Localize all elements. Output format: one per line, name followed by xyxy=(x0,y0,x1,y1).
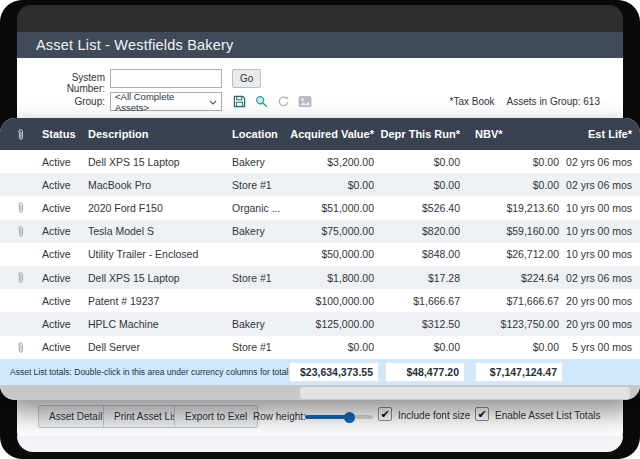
cell-est-life: 10 yrs 00 mos xyxy=(563,225,640,237)
cell-location: Bakery xyxy=(230,156,287,168)
cell-location: Organic ... xyxy=(230,202,287,214)
slider-thumb[interactable] xyxy=(344,412,355,423)
col-header-status[interactable]: Status xyxy=(40,128,86,140)
totals-hint-label: Asset List totals: Double-click in this … xyxy=(0,367,295,377)
cell-acquired-value: $50,000.00 xyxy=(287,248,378,260)
scrollbar-thumb[interactable] xyxy=(300,387,630,399)
cell-nbv: $26,712.00 xyxy=(463,248,563,260)
paperclip-icon xyxy=(0,127,40,142)
table-row[interactable]: Active HPLC Machine Bakery $125,000.00 $… xyxy=(0,312,640,335)
total-nbv: $7,147,124.47 xyxy=(475,362,563,382)
refresh-icon[interactable] xyxy=(276,95,290,109)
cell-nbv: $0.00 xyxy=(463,179,563,191)
enable-totals-label: Enable Asset List Totals xyxy=(495,410,600,421)
enable-totals-checkbox[interactable]: ✔ xyxy=(475,407,489,421)
cell-depr-this-run: $17.28 xyxy=(378,272,463,284)
cell-acquired-value: $125,000.00 xyxy=(287,318,378,330)
chevron-down-icon xyxy=(209,96,217,107)
table-row[interactable]: Active Dell Server Store #1 $0.00 $0.00 … xyxy=(0,336,640,359)
cell-nbv: $224.64 xyxy=(463,272,563,284)
cell-nbv: $59,160.00 xyxy=(463,225,563,237)
table-row[interactable]: Active Patent # 19237 $100,000.00 $1,666… xyxy=(0,289,640,312)
group-action-icons xyxy=(232,93,312,110)
paperclip-icon xyxy=(16,340,25,355)
cell-status: Active xyxy=(40,156,86,168)
grid-header-row: Status Description Location Acquired Val… xyxy=(0,118,640,150)
cell-description: Dell XPS 15 Laptop xyxy=(86,272,230,284)
cell-description: Dell XPS 15 Laptop xyxy=(86,156,230,168)
cell-est-life: 5 yrs 00 mos xyxy=(563,341,640,353)
cell-status: Active xyxy=(40,225,86,237)
cell-depr-this-run: $848.00 xyxy=(378,248,463,260)
save-icon[interactable] xyxy=(232,95,246,109)
window-titlebar[interactable]: Asset List - Westfields Bakery xyxy=(17,32,623,58)
taxbook-status: *Tax Book Assets in Group: 613 xyxy=(450,96,600,107)
col-header-description[interactable]: Description xyxy=(86,128,230,140)
cell-description: Utility Trailer - Enclosed xyxy=(86,248,230,260)
total-depr-this-run: $48,477.20 xyxy=(385,362,465,382)
assets-in-group-count: Assets in Group: 613 xyxy=(507,96,600,107)
cell-description: Tesla Model S xyxy=(86,225,230,237)
export-to-excel-button[interactable]: Export to Exel xyxy=(174,405,258,428)
cell-acquired-value: $0.00 xyxy=(287,179,378,191)
table-row[interactable]: Active Tesla Model S Bakery $75,000.00 $… xyxy=(0,220,640,243)
table-row[interactable]: Active MacBook Pro Store #1 $0.00 $0.00 … xyxy=(0,173,640,196)
cell-depr-this-run: $526.40 xyxy=(378,202,463,214)
col-header-acquired-value[interactable]: Acquired Value* xyxy=(287,128,378,140)
group-dropdown[interactable]: <All Complete Assets> xyxy=(110,92,222,111)
cell-est-life: 20 yrs 00 mos xyxy=(563,295,640,307)
cell-description: Patent # 19237 xyxy=(86,295,230,307)
cell-depr-this-run: $0.00 xyxy=(378,156,463,168)
cell-status: Active xyxy=(40,202,86,214)
cell-est-life: 02 yrs 06 mos xyxy=(563,179,640,191)
cell-description: HPLC Machine xyxy=(86,318,230,330)
cell-nbv: $0.00 xyxy=(463,341,563,353)
cell-acquired-value: $51,000.00 xyxy=(287,202,378,214)
tax-book-note: *Tax Book xyxy=(450,96,495,107)
cell-est-life: 02 yrs 06 mos xyxy=(563,156,640,168)
table-row[interactable]: Active 2020 Ford F150 Organic ... $51,00… xyxy=(0,196,640,219)
cell-nbv: $123,750.00 xyxy=(463,318,563,330)
system-number-input[interactable] xyxy=(110,69,222,88)
col-header-depr-this-run[interactable]: Depr This Run* xyxy=(378,128,463,140)
system-number-label: System Number: xyxy=(35,72,105,94)
row-height-label: Row height: xyxy=(253,411,306,422)
image-icon[interactable] xyxy=(298,95,312,109)
cell-est-life: 20 yrs 00 mos xyxy=(563,318,640,330)
table-row[interactable]: Active Utility Trailer - Enclosed $50,00… xyxy=(0,243,640,266)
total-acquired-value: $23,634,373.55 xyxy=(289,362,379,382)
cell-location: Store #1 xyxy=(230,341,287,353)
cell-nbv: $71,666.67 xyxy=(463,295,563,307)
cell-est-life: 10 yrs 00 mos xyxy=(563,202,640,214)
cell-acquired-value: $0.00 xyxy=(287,341,378,353)
cell-depr-this-run: $820.00 xyxy=(378,225,463,237)
cell-est-life: 10 yrs 00 mos xyxy=(563,248,640,260)
cell-location: Store #1 xyxy=(230,272,287,284)
table-row[interactable]: Active Dell XPS 15 Laptop Store #1 $1,80… xyxy=(0,266,640,289)
cell-depr-this-run: $1,666.67 xyxy=(378,295,463,307)
col-header-est-life[interactable]: Est Life* xyxy=(563,128,640,140)
table-row[interactable]: Active Dell XPS 15 Laptop Bakery $3,200.… xyxy=(0,150,640,173)
go-button[interactable]: Go xyxy=(232,69,261,88)
cell-acquired-value: $3,200.00 xyxy=(287,156,378,168)
cell-status: Active xyxy=(40,179,86,191)
paperclip-icon xyxy=(16,200,25,215)
search-icon[interactable] xyxy=(254,95,268,109)
cell-depr-this-run: $312.50 xyxy=(378,318,463,330)
cell-acquired-value: $100,000.00 xyxy=(287,295,378,307)
cell-nbv: $19,213.60 xyxy=(463,202,563,214)
cell-status: Active xyxy=(40,341,86,353)
cell-depr-this-run: $0.00 xyxy=(378,341,463,353)
cell-nbv: $0.00 xyxy=(463,156,563,168)
screenshot-canvas: Asset List - Westfields Bakery System Nu… xyxy=(0,0,640,459)
cell-est-life: 02 yrs 06 mos xyxy=(563,272,640,284)
cell-depr-this-run: $0.00 xyxy=(378,179,463,191)
include-font-size-checkbox[interactable]: ✔ xyxy=(378,407,392,421)
cell-location: Store #1 xyxy=(230,179,287,191)
totals-bar[interactable]: Asset List totals: Double-click in this … xyxy=(0,359,640,386)
col-header-location[interactable]: Location xyxy=(230,128,287,140)
horizontal-scrollbar[interactable] xyxy=(0,385,640,400)
row-height-slider[interactable] xyxy=(305,415,373,419)
col-header-nbv[interactable]: NBV* xyxy=(463,128,563,140)
group-label: Group: xyxy=(35,96,105,107)
